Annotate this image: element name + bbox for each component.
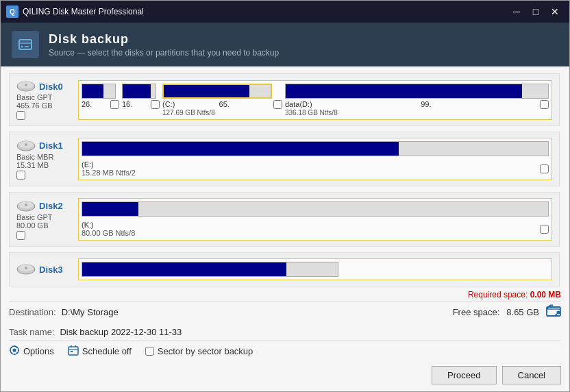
svg-point-10 xyxy=(25,204,27,206)
disk0-p4-label: data(D:) xyxy=(285,100,312,108)
disk2-p1-detail: 80.00 GB Ntfs/8 xyxy=(82,229,135,237)
disk2-p1-label: (K:) xyxy=(82,221,135,229)
svg-point-15 xyxy=(557,311,560,315)
destination-label: Destination: xyxy=(9,307,56,317)
svg-point-1 xyxy=(21,46,23,48)
sector-label: Sector by sector backup xyxy=(158,346,253,356)
disk3-name: Disk3 xyxy=(39,265,63,275)
header-text: Disk backup Source — select the disks or… xyxy=(49,32,279,58)
disk0-p1-num: 26. xyxy=(82,100,92,108)
disk0-info: Disk0 Basic GPT 465.76 GB xyxy=(16,79,71,120)
options-icon xyxy=(9,345,20,358)
schedule-button[interactable]: Schedule off xyxy=(68,345,132,358)
hdd-icon xyxy=(16,79,36,93)
disk-list[interactable]: Disk0 Basic GPT 465.76 GB 26. xyxy=(9,73,561,287)
disk2-checkbox[interactable] xyxy=(16,231,25,240)
disk0-type: Basic GPT xyxy=(16,93,53,101)
app-title: QILING Disk Master Professional xyxy=(23,7,508,16)
disk0-p3-label: (C:) xyxy=(162,100,175,108)
disk2-partition-info: (K:) 80.00 GB Ntfs/8 xyxy=(82,221,549,237)
action-row: Proceed Cancel xyxy=(9,360,561,391)
minimize-button[interactable]: ─ xyxy=(508,4,525,19)
required-space-value: 0.00 MB xyxy=(530,290,561,299)
disk0-p4-fs: 336.18 GB Ntfs/8 xyxy=(285,109,549,117)
disk0-p3-detail: (C:) 65. xyxy=(162,100,282,109)
svg-point-7 xyxy=(25,143,27,146)
disk0-p3-fs: 127.69 GB Ntfs/8 xyxy=(162,109,282,117)
svg-rect-19 xyxy=(71,351,73,352)
disk2-info: Disk2 Basic GPT 80.00 GB xyxy=(16,199,71,240)
titlebar: Q QILING Disk Master Professional ─ □ ✕ xyxy=(1,1,569,23)
svg-point-13 xyxy=(25,267,27,269)
browse-button[interactable] xyxy=(546,304,561,320)
disk0-p2-label: 16. xyxy=(122,100,160,109)
disk0-partition-2: 16. xyxy=(122,84,160,117)
calendar-icon xyxy=(68,345,79,358)
disk1-checkbox[interactable] xyxy=(16,171,25,180)
sector-checkbox[interactable] xyxy=(145,347,154,356)
proceed-button[interactable]: Proceed xyxy=(432,366,496,384)
hdd2-icon xyxy=(16,199,36,213)
close-button[interactable]: ✕ xyxy=(546,4,564,19)
taskname-label: Task name: xyxy=(9,327,54,337)
options-button[interactable]: Options xyxy=(9,345,54,358)
disk0-checkbox[interactable] xyxy=(16,111,25,120)
disk0-p1-check[interactable] xyxy=(110,100,119,109)
required-space-label: Required space: xyxy=(468,290,528,299)
disk1-bar xyxy=(82,141,549,156)
destination-right: Free space: 8.65 GB xyxy=(453,304,561,320)
page-title: Disk backup xyxy=(49,32,279,47)
window-controls: ─ □ ✕ xyxy=(508,4,564,19)
disk0-partitions: 26. 16. xyxy=(78,80,552,120)
disk3-partitions xyxy=(78,258,552,280)
header-icon xyxy=(12,31,39,58)
disk3-info: Disk3 xyxy=(16,262,71,276)
disk-item-disk0: Disk0 Basic GPT 465.76 GB 26. xyxy=(9,73,560,126)
required-space-row: Required space: 0.00 MB xyxy=(9,287,561,301)
disk1-p1-detail: 15.28 MB Ntfs/2 xyxy=(82,169,136,177)
disk2-name: Disk2 xyxy=(39,201,63,211)
disk1-p1-label: (E:) xyxy=(82,160,136,169)
free-space-value: 8.65 GB xyxy=(506,307,539,317)
cancel-button[interactable]: Cancel xyxy=(502,366,561,384)
options-label: Options xyxy=(23,346,54,356)
page-header: Disk backup Source — select the disks or… xyxy=(1,23,569,66)
disk1-p1-check[interactable] xyxy=(540,164,549,173)
svg-rect-18 xyxy=(69,347,78,355)
hdd3-icon xyxy=(16,262,36,276)
maximize-button[interactable]: □ xyxy=(527,4,545,19)
svg-rect-0 xyxy=(19,40,32,49)
app-icon: Q xyxy=(6,5,18,18)
options-row: Options Schedule off Sector by sector ba… xyxy=(9,340,561,360)
disk0-name: Disk0 xyxy=(39,82,63,92)
disk1-name: Disk1 xyxy=(39,140,63,151)
disk1-info: Disk1 Basic MBR 15.31 MB xyxy=(16,139,71,180)
disk0-p2-check[interactable] xyxy=(151,100,160,109)
disk0-partition-4: data(D:) 99. 336.18 GB Ntfs/8 xyxy=(285,84,549,117)
hdd1-icon xyxy=(16,139,36,153)
disk0-p3-num: 65. xyxy=(219,100,230,108)
disk-item-disk1: Disk1 Basic MBR 15.31 MB (E:) 15.28 MB N… xyxy=(9,132,560,186)
disk1-type: Basic MBR xyxy=(16,153,53,161)
disk0-p4-check[interactable] xyxy=(540,100,549,109)
disk0-p4-num: 99. xyxy=(421,100,431,108)
main-window: Q QILING Disk Master Professional ─ □ ✕ … xyxy=(0,0,570,392)
svg-point-17 xyxy=(13,349,16,352)
disk0-p3-check[interactable] xyxy=(273,100,282,109)
svg-point-4 xyxy=(25,84,27,86)
disk2-p1-check[interactable] xyxy=(540,225,549,234)
disk0-partition-1: 26. xyxy=(82,84,119,117)
main-content: Disk0 Basic GPT 465.76 GB 26. xyxy=(1,66,569,391)
taskname-row: Task name: Disk backup 2022-12-30 11-33 xyxy=(9,324,561,340)
disk2-bar xyxy=(82,201,549,217)
page-subtitle: Source — select the disks or partitions … xyxy=(49,48,279,58)
disk-item-disk3: Disk3 xyxy=(9,252,560,286)
free-space-label: Free space: xyxy=(453,307,500,317)
taskname-value: Disk backup 2022-12-30 11-33 xyxy=(60,327,182,337)
disk0-p4-detail: data(D:) 99. xyxy=(285,100,549,109)
disk0-partition-3: (C:) 65. 127.69 GB Ntfs/8 xyxy=(162,84,282,117)
disk2-type: Basic GPT xyxy=(16,213,53,221)
destination-left: Destination: D:\My Storage xyxy=(9,307,119,317)
schedule-label: Schedule off xyxy=(82,346,132,356)
disk2-size: 80.00 GB xyxy=(16,221,48,230)
